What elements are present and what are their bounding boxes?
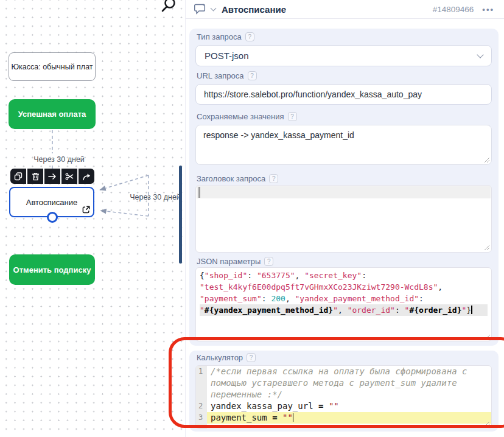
calculator-section: Калькулятор ? 1/*если первая ссылка на о…: [189, 351, 499, 432]
request-type-select[interactable]: POST-json: [195, 45, 492, 66]
help-icon[interactable]: ?: [248, 71, 257, 80]
copy-icon: [14, 172, 23, 181]
trash-icon: [32, 172, 40, 181]
line-number: [196, 377, 207, 389]
calculator-label-row: Калькулятор ?: [197, 353, 256, 362]
node-toolbar[interactable]: [10, 169, 94, 184]
scissors-icon: [65, 172, 74, 181]
arrow-right-icon: [48, 172, 57, 181]
flow-edges: [0, 0, 185, 262]
json-params-label: JSON параметры: [197, 257, 261, 266]
node-success-label: Успешная оплата: [18, 110, 86, 119]
flow-canvas[interactable]: Юкасса: обычный плат Успешная оплата Чер…: [0, 0, 185, 433]
code-row: "payment_sum": 200, "yandex_payment_meth…: [200, 293, 488, 304]
help-icon[interactable]: ?: [288, 112, 297, 121]
code-row: "test_k4kyf6E00dpq5ft7vGHmxXCo23JKziwt72…: [200, 281, 488, 293]
active-line-band: [197, 186, 491, 198]
json-params-label-row: JSON параметры ?: [197, 257, 273, 266]
search-icon[interactable]: [158, 0, 179, 13]
json-params-editor[interactable]: {"shop_id": "653775", "secret_key":"test…: [195, 267, 492, 341]
settings-panel: Автосписание #14809466 ••• Тип запроса ?…: [185, 0, 504, 437]
calculator-label: Калькулятор: [197, 353, 243, 362]
line-number: 1: [196, 366, 207, 377]
url-label-row: URL запроса ?: [197, 71, 257, 80]
select-chevron-icon: [477, 51, 483, 58]
forward-button[interactable]: [79, 169, 94, 184]
code-row: "#{yandex_payment_method_id}", "order_id…: [200, 304, 488, 316]
saved-values-label-row: Сохраняемые значения ?: [197, 112, 297, 121]
line-number: 3: [196, 412, 207, 424]
code-row: помощью устаревшего метода с payment_sum…: [196, 377, 491, 389]
saved-values-textarea[interactable]: response -> yandex_kassa_payment_id: [195, 125, 492, 165]
request-header-label: Заголовок запроса: [197, 174, 265, 183]
chevron-down-icon[interactable]: [211, 5, 217, 12]
text-caret: [293, 413, 294, 422]
help-icon[interactable]: ?: [247, 353, 256, 362]
calculator-code[interactable]: 1/*если первая ссылка на оплату была сфо…: [196, 366, 491, 428]
text-caret: [471, 306, 472, 314]
help-icon[interactable]: ?: [264, 257, 273, 266]
forward-arrow-icon: [82, 172, 91, 181]
request-header-label-row: Заголовок запроса ?: [197, 174, 278, 183]
edge-label-top: Через 30 дней: [26, 155, 93, 164]
resize-gripper-icon[interactable]: [485, 334, 491, 340]
node-success-payment[interactable]: Успешная оплата: [9, 99, 96, 129]
delete-button[interactable]: [27, 169, 43, 184]
chat-bubble-icon[interactable]: [194, 4, 206, 15]
node-cancel-subscription[interactable]: Отменить подписку: [9, 254, 95, 285]
url-label: URL запроса: [197, 71, 244, 80]
resize-gripper-icon[interactable]: [484, 421, 490, 427]
request-settings-section: Тип запроса ? POST-json URL запроса ? ht…: [189, 29, 499, 346]
panel-header: Автосписание #14809466 •••: [186, 0, 504, 19]
request-header-editor[interactable]: [195, 185, 492, 253]
arrow-button[interactable]: [44, 169, 60, 184]
resize-gripper-icon[interactable]: [484, 157, 490, 163]
node-yukassa-label: Юкасса: обычный плат: [11, 63, 93, 71]
request-type-label: Тип запроса: [197, 32, 242, 41]
text-caret: [198, 187, 200, 198]
saved-values-value: response -> yandex_kassa_payment_id: [203, 130, 354, 140]
block-id: #14809466: [433, 5, 474, 14]
code-row: 1/*если первая ссылка на оплату была сфо…: [196, 366, 491, 377]
external-link-icon[interactable]: [82, 206, 90, 214]
node-yukassa[interactable]: Юкасса: обычный плат: [9, 52, 96, 81]
copy-button[interactable]: [10, 169, 26, 184]
code-row: 2yandex_kassa_pay_url = "": [196, 400, 491, 412]
resize-gripper-icon[interactable]: [484, 245, 490, 251]
calculator-editor[interactable]: 1/*если первая ссылка на оплату была сфо…: [195, 365, 492, 429]
line-number: 2: [196, 400, 207, 412]
url-value: https://store.salebot.pro/function/yande…: [204, 89, 422, 99]
connection-port[interactable]: [47, 212, 58, 223]
node-cancel-label: Отменить подписку: [13, 265, 91, 274]
code-row: {"shop_id": "653775", "secret_key":: [200, 270, 488, 281]
help-icon[interactable]: ?: [245, 32, 254, 41]
code-row: переменные :*/: [196, 389, 491, 400]
url-input[interactable]: https://store.salebot.pro/function/yande…: [195, 84, 492, 105]
cut-button[interactable]: [61, 169, 77, 184]
request-type-label-row: Тип запроса ?: [197, 32, 254, 41]
request-type-value: POST-json: [205, 51, 249, 61]
page-title: Автосписание: [222, 4, 286, 15]
saved-values-label: Сохраняемые значения: [197, 112, 284, 121]
line-number: [196, 389, 207, 400]
node-autodebit-label: Автосписание: [26, 198, 78, 207]
panel-scrollbar[interactable]: [179, 166, 182, 264]
help-icon[interactable]: ?: [269, 174, 278, 183]
code-row: 3payment_sum = "": [196, 412, 491, 424]
more-menu-button[interactable]: •••: [482, 5, 494, 14]
